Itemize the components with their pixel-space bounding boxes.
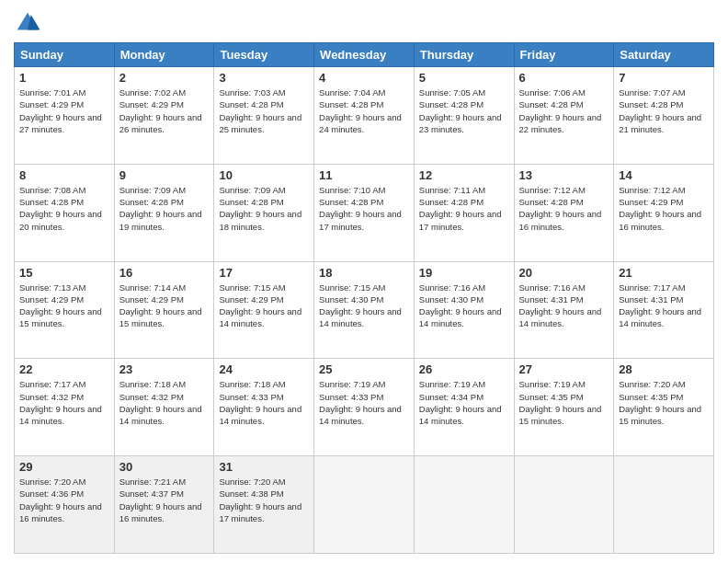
day-info: Sunrise: 7:14 AMSunset: 4:29 PMDaylight:…: [119, 282, 202, 329]
calendar-cell: 10 Sunrise: 7:09 AMSunset: 4:28 PMDaylig…: [214, 164, 314, 261]
day-info: Sunrise: 7:19 AMSunset: 4:33 PMDaylight:…: [319, 379, 402, 426]
day-number: 12: [419, 168, 509, 182]
day-number: 14: [619, 168, 709, 182]
calendar-cell: [314, 456, 415, 554]
day-number: 18: [319, 266, 409, 280]
day-info: Sunrise: 7:08 AMSunset: 4:28 PMDaylight:…: [19, 185, 102, 232]
calendar-cell: [414, 456, 514, 554]
day-number: 21: [619, 266, 709, 280]
calendar-cell: 14 Sunrise: 7:12 AMSunset: 4:29 PMDaylig…: [614, 164, 714, 261]
calendar-header-row: SundayMondayTuesdayWednesdayThursdayFrid…: [15, 43, 714, 67]
calendar-cell: 17 Sunrise: 7:15 AMSunset: 4:29 PMDaylig…: [214, 261, 314, 359]
day-info: Sunrise: 7:09 AMSunset: 4:28 PMDaylight:…: [219, 185, 301, 232]
day-info: Sunrise: 7:12 AMSunset: 4:29 PMDaylight:…: [619, 185, 701, 232]
calendar-header-monday: Monday: [114, 43, 214, 67]
calendar-cell: 21 Sunrise: 7:17 AMSunset: 4:31 PMDaylig…: [614, 261, 714, 359]
day-number: 17: [219, 266, 309, 280]
day-info: Sunrise: 7:16 AMSunset: 4:31 PMDaylight:…: [519, 282, 602, 329]
calendar-cell: 7 Sunrise: 7:07 AMSunset: 4:28 PMDayligh…: [614, 67, 714, 165]
calendar-cell: 5 Sunrise: 7:05 AMSunset: 4:28 PMDayligh…: [414, 67, 514, 165]
calendar-cell: 28 Sunrise: 7:20 AMSunset: 4:35 PMDaylig…: [614, 359, 714, 456]
calendar-cell: 2 Sunrise: 7:02 AMSunset: 4:29 PMDayligh…: [114, 67, 214, 165]
day-info: Sunrise: 7:03 AMSunset: 4:28 PMDaylight:…: [219, 87, 301, 134]
calendar-cell: 12 Sunrise: 7:11 AMSunset: 4:28 PMDaylig…: [414, 164, 514, 261]
day-number: 10: [219, 168, 309, 182]
day-number: 5: [419, 71, 509, 85]
day-number: 4: [319, 71, 409, 85]
day-info: Sunrise: 7:13 AMSunset: 4:29 PMDaylight:…: [19, 282, 102, 329]
calendar-cell: 22 Sunrise: 7:17 AMSunset: 4:32 PMDaylig…: [15, 359, 115, 456]
calendar-cell: 16 Sunrise: 7:14 AMSunset: 4:29 PMDaylig…: [114, 261, 214, 359]
day-number: 8: [19, 168, 109, 182]
day-number: 13: [519, 168, 609, 182]
day-info: Sunrise: 7:20 AMSunset: 4:35 PMDaylight:…: [619, 379, 701, 426]
calendar-header-friday: Friday: [514, 43, 614, 67]
day-info: Sunrise: 7:18 AMSunset: 4:33 PMDaylight:…: [219, 379, 301, 426]
calendar-week-1: 1 Sunrise: 7:01 AMSunset: 4:29 PMDayligh…: [15, 67, 714, 165]
calendar-cell: 29 Sunrise: 7:20 AMSunset: 4:36 PMDaylig…: [15, 456, 115, 554]
day-number: 27: [519, 362, 609, 376]
day-info: Sunrise: 7:21 AMSunset: 4:37 PMDaylight:…: [119, 477, 202, 523]
day-info: Sunrise: 7:05 AMSunset: 4:28 PMDaylight:…: [419, 87, 502, 134]
day-info: Sunrise: 7:02 AMSunset: 4:29 PMDaylight:…: [119, 87, 202, 134]
calendar-header-thursday: Thursday: [414, 43, 514, 67]
day-info: Sunrise: 7:04 AMSunset: 4:28 PMDaylight:…: [319, 87, 402, 134]
day-info: Sunrise: 7:18 AMSunset: 4:32 PMDaylight:…: [119, 379, 202, 426]
calendar-cell: 6 Sunrise: 7:06 AMSunset: 4:28 PMDayligh…: [514, 67, 614, 165]
calendar-cell: 4 Sunrise: 7:04 AMSunset: 4:28 PMDayligh…: [314, 67, 415, 165]
calendar-cell: 31 Sunrise: 7:20 AMSunset: 4:38 PMDaylig…: [214, 456, 314, 554]
calendar-cell: 30 Sunrise: 7:21 AMSunset: 4:37 PMDaylig…: [114, 456, 214, 554]
day-number: 11: [319, 168, 409, 182]
day-number: 9: [119, 168, 210, 182]
day-number: 15: [19, 266, 109, 280]
calendar-cell: 27 Sunrise: 7:19 AMSunset: 4:35 PMDaylig…: [514, 359, 614, 456]
day-info: Sunrise: 7:09 AMSunset: 4:28 PMDaylight:…: [119, 185, 202, 232]
day-info: Sunrise: 7:20 AMSunset: 4:36 PMDaylight:…: [19, 477, 102, 523]
calendar-cell: 8 Sunrise: 7:08 AMSunset: 4:28 PMDayligh…: [15, 164, 115, 261]
calendar-header-sunday: Sunday: [15, 43, 115, 67]
day-info: Sunrise: 7:15 AMSunset: 4:29 PMDaylight:…: [219, 282, 301, 329]
day-number: 26: [419, 362, 509, 376]
day-number: 2: [119, 71, 210, 85]
calendar-cell: 15 Sunrise: 7:13 AMSunset: 4:29 PMDaylig…: [15, 261, 115, 359]
day-info: Sunrise: 7:17 AMSunset: 4:32 PMDaylight:…: [19, 379, 102, 426]
calendar-cell: 25 Sunrise: 7:19 AMSunset: 4:33 PMDaylig…: [314, 359, 415, 456]
calendar-cell: 13 Sunrise: 7:12 AMSunset: 4:28 PMDaylig…: [514, 164, 614, 261]
day-number: 3: [219, 71, 309, 85]
day-info: Sunrise: 7:11 AMSunset: 4:28 PMDaylight:…: [419, 185, 502, 232]
header: [14, 9, 714, 37]
page: SundayMondayTuesdayWednesdayThursdayFrid…: [0, 0, 728, 563]
day-info: Sunrise: 7:01 AMSunset: 4:29 PMDaylight:…: [19, 87, 102, 134]
day-info: Sunrise: 7:15 AMSunset: 4:30 PMDaylight:…: [319, 282, 402, 329]
calendar-cell: 18 Sunrise: 7:15 AMSunset: 4:30 PMDaylig…: [314, 261, 415, 359]
day-number: 1: [19, 71, 109, 85]
day-info: Sunrise: 7:19 AMSunset: 4:35 PMDaylight:…: [519, 379, 602, 426]
day-number: 6: [519, 71, 609, 85]
calendar-week-4: 22 Sunrise: 7:17 AMSunset: 4:32 PMDaylig…: [15, 359, 714, 456]
calendar-cell: 11 Sunrise: 7:10 AMSunset: 4:28 PMDaylig…: [314, 164, 415, 261]
calendar-header-saturday: Saturday: [614, 43, 714, 67]
day-number: 30: [119, 460, 210, 474]
day-number: 31: [219, 460, 309, 474]
calendar-cell: 19 Sunrise: 7:16 AMSunset: 4:30 PMDaylig…: [414, 261, 514, 359]
calendar-header-wednesday: Wednesday: [314, 43, 415, 67]
calendar-cell: 3 Sunrise: 7:03 AMSunset: 4:28 PMDayligh…: [214, 67, 314, 165]
calendar-table: SundayMondayTuesdayWednesdayThursdayFrid…: [14, 42, 714, 554]
logo-icon: [14, 9, 41, 37]
day-info: Sunrise: 7:20 AMSunset: 4:38 PMDaylight:…: [219, 477, 301, 523]
day-number: 25: [319, 362, 409, 376]
calendar-cell: 26 Sunrise: 7:19 AMSunset: 4:34 PMDaylig…: [414, 359, 514, 456]
day-number: 29: [19, 460, 109, 474]
calendar-cell: 9 Sunrise: 7:09 AMSunset: 4:28 PMDayligh…: [114, 164, 214, 261]
day-info: Sunrise: 7:16 AMSunset: 4:30 PMDaylight:…: [419, 282, 502, 329]
day-info: Sunrise: 7:07 AMSunset: 4:28 PMDaylight:…: [619, 87, 701, 134]
calendar-body: 1 Sunrise: 7:01 AMSunset: 4:29 PMDayligh…: [15, 67, 714, 554]
day-number: 16: [119, 266, 210, 280]
calendar-header-tuesday: Tuesday: [214, 43, 314, 67]
day-number: 24: [219, 362, 309, 376]
calendar-cell: 1 Sunrise: 7:01 AMSunset: 4:29 PMDayligh…: [15, 67, 115, 165]
calendar-week-5: 29 Sunrise: 7:20 AMSunset: 4:36 PMDaylig…: [15, 456, 714, 554]
day-number: 19: [419, 266, 509, 280]
day-number: 28: [619, 362, 709, 376]
calendar-cell: [614, 456, 714, 554]
